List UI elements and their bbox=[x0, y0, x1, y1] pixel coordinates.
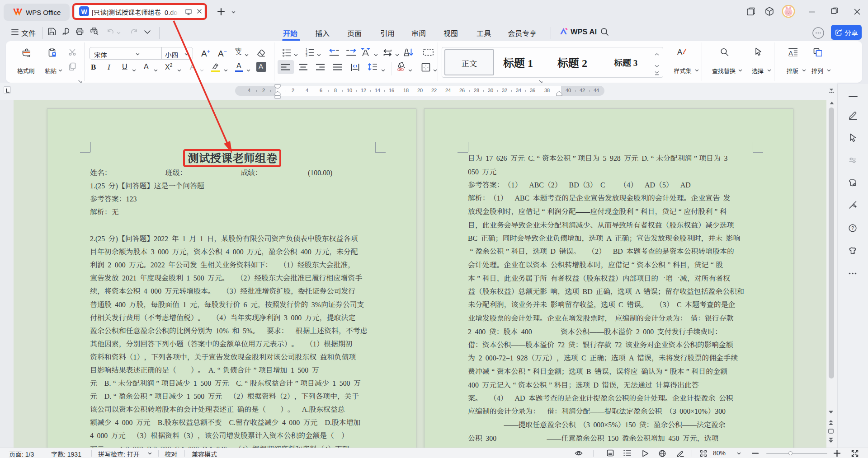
svg-text:A: A bbox=[677, 48, 683, 56]
svg-text:wén: wén bbox=[235, 47, 241, 51]
svg-text:A: A bbox=[788, 49, 793, 57]
svg-text:?: ? bbox=[851, 225, 854, 231]
svg-text:3: 3 bbox=[306, 54, 307, 57]
